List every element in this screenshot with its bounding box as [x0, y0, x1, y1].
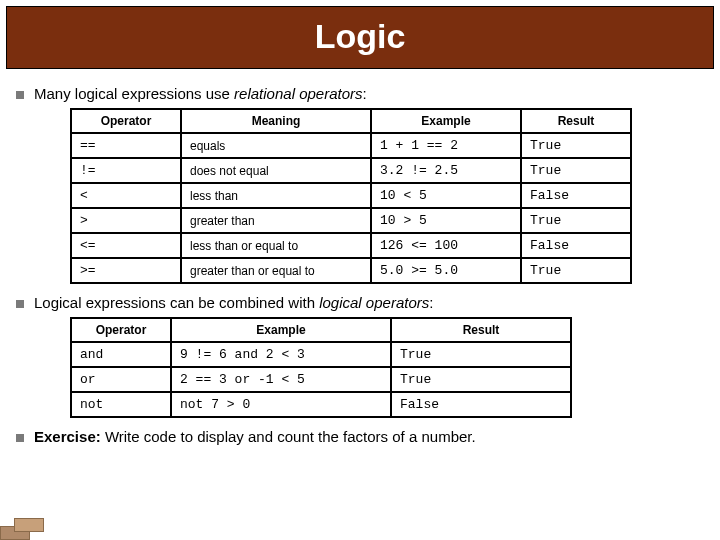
cell-result: False — [521, 233, 631, 258]
bullet-icon — [16, 434, 24, 442]
bullet-text: Logical expressions can be combined with… — [34, 294, 433, 311]
cell-meaning: greater than — [181, 208, 371, 233]
col-meaning: Meaning — [181, 109, 371, 133]
col-result: Result — [391, 318, 571, 342]
cell-result: True — [521, 158, 631, 183]
table-row: >greater than10 > 5True — [71, 208, 631, 233]
cell-meaning: greater than or equal to — [181, 258, 371, 283]
cell-result: True — [391, 342, 571, 367]
table-header-row: Operator Meaning Example Result — [71, 109, 631, 133]
table-row: !=does not equal3.2 != 2.5True — [71, 158, 631, 183]
bullet-exercise: Exercise: Write code to display and coun… — [14, 428, 706, 445]
cell-op: != — [71, 158, 181, 183]
cell-meaning: equals — [181, 133, 371, 158]
col-operator: Operator — [71, 109, 181, 133]
bullet-text: Exercise: Write code to display and coun… — [34, 428, 476, 445]
cell-op: not — [71, 392, 171, 417]
text-bold: Exercise: — [34, 428, 101, 445]
text-part: : — [363, 85, 367, 102]
text-part: Many logical expressions use — [34, 85, 234, 102]
col-result: Result — [521, 109, 631, 133]
logical-operators-table: Operator Example Result and9 != 6 and 2 … — [70, 317, 572, 418]
cell-op: == — [71, 133, 181, 158]
slide-title: Logic — [6, 6, 714, 69]
text-italic: logical operators — [319, 294, 429, 311]
cell-example: not 7 > 0 — [171, 392, 391, 417]
cell-meaning: less than — [181, 183, 371, 208]
cell-result: True — [521, 258, 631, 283]
text-part: : — [429, 294, 433, 311]
cell-op: > — [71, 208, 181, 233]
cell-result: True — [521, 133, 631, 158]
col-operator: Operator — [71, 318, 171, 342]
table-header-row: Operator Example Result — [71, 318, 571, 342]
cell-example: 9 != 6 and 2 < 3 — [171, 342, 391, 367]
bullet-text: Many logical expressions use relational … — [34, 85, 367, 102]
col-example: Example — [371, 109, 521, 133]
bullet-icon — [16, 91, 24, 99]
col-example: Example — [171, 318, 391, 342]
cell-example: 1 + 1 == 2 — [371, 133, 521, 158]
text-part: Write code to display and count the fact… — [101, 428, 476, 445]
cell-op: or — [71, 367, 171, 392]
cell-op: < — [71, 183, 181, 208]
cell-result: False — [521, 183, 631, 208]
bullet-relational-intro: Many logical expressions use relational … — [14, 85, 706, 102]
table-row: or2 == 3 or -1 < 5True — [71, 367, 571, 392]
table-row: <less than10 < 5False — [71, 183, 631, 208]
cell-op: and — [71, 342, 171, 367]
cell-result: False — [391, 392, 571, 417]
cell-meaning: less than or equal to — [181, 233, 371, 258]
bullet-logical-intro: Logical expressions can be combined with… — [14, 294, 706, 311]
table-row: ==equals1 + 1 == 2True — [71, 133, 631, 158]
cell-op: <= — [71, 233, 181, 258]
cell-example: 126 <= 100 — [371, 233, 521, 258]
cell-result: True — [391, 367, 571, 392]
slide-content: Many logical expressions use relational … — [0, 69, 720, 445]
table-row: >=greater than or equal to5.0 >= 5.0True — [71, 258, 631, 283]
text-part: Logical expressions can be combined with — [34, 294, 319, 311]
table-row: and9 != 6 and 2 < 3True — [71, 342, 571, 367]
cell-op: >= — [71, 258, 181, 283]
text-italic: relational operators — [234, 85, 362, 102]
cell-example: 2 == 3 or -1 < 5 — [171, 367, 391, 392]
cell-result: True — [521, 208, 631, 233]
cell-example: 5.0 >= 5.0 — [371, 258, 521, 283]
cell-example: 3.2 != 2.5 — [371, 158, 521, 183]
bullet-icon — [16, 300, 24, 308]
cell-example: 10 < 5 — [371, 183, 521, 208]
cell-example: 10 > 5 — [371, 208, 521, 233]
table-row: notnot 7 > 0False — [71, 392, 571, 417]
table-row: <=less than or equal to126 <= 100False — [71, 233, 631, 258]
bricks-icon — [0, 512, 50, 540]
cell-meaning: does not equal — [181, 158, 371, 183]
relational-operators-table: Operator Meaning Example Result ==equals… — [70, 108, 632, 284]
